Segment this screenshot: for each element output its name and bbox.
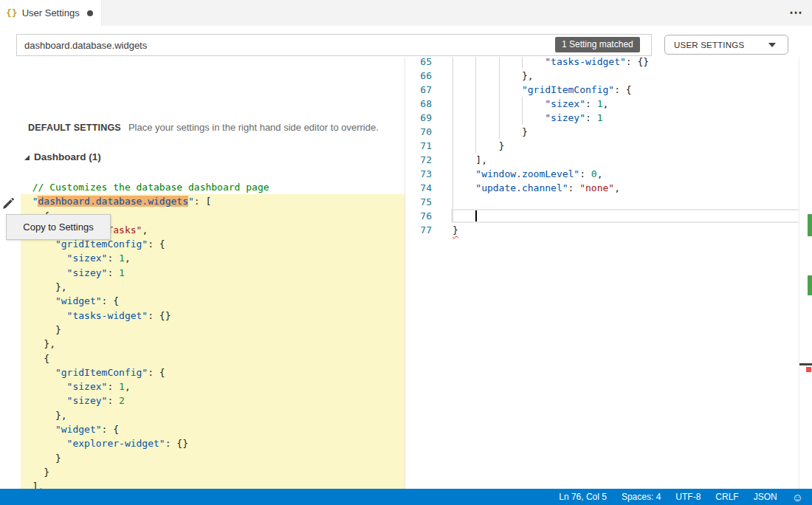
line-number: 70: [405, 125, 438, 139]
copy-to-settings-label: Copy to Settings: [23, 221, 93, 233]
indent-guide: [453, 83, 453, 97]
edit-pencil-icon[interactable]: [1, 197, 15, 210]
settings-group-dashboard[interactable]: Dashboard (1): [24, 151, 101, 162]
code-line[interactable]: }: [453, 139, 799, 153]
status-item[interactable]: CRLF: [715, 492, 738, 502]
expanded-triangle-icon: [24, 155, 30, 160]
code-line: "sizey": 2: [21, 394, 405, 408]
tab-user-settings[interactable]: {} User Settings: [0, 0, 102, 26]
code-line[interactable]: }: [453, 125, 799, 139]
indent-guide: [453, 57, 453, 69]
status-item[interactable]: UTF-8: [675, 492, 701, 502]
indent-guide: [499, 57, 500, 69]
indent-guide: [475, 69, 476, 83]
code-line[interactable]: [453, 195, 799, 209]
indent-guide: [453, 195, 453, 209]
more-actions-icon[interactable]: ⋯: [789, 3, 803, 22]
default-settings-pane: DEFAULT SETTINGSPlace your settings in t…: [0, 57, 405, 489]
code-line: },: [21, 337, 405, 351]
indent-guide: [453, 167, 453, 181]
code-line: },: [21, 280, 405, 294]
indent-guide: [453, 181, 453, 195]
indent-guide: [522, 57, 523, 69]
scope-label: USER SETTINGS: [674, 41, 768, 49]
settings-scope-dropdown[interactable]: USER SETTINGS: [664, 35, 788, 55]
indent-guide: [522, 97, 523, 111]
code-line[interactable]: },: [453, 69, 799, 83]
line-number: 71: [405, 139, 438, 153]
code-line: }: [21, 465, 405, 479]
code-line[interactable]: "window.zoomLevel": 0,: [453, 167, 799, 181]
feedback-smiley-icon[interactable]: ☺: [792, 492, 803, 503]
current-line-highlight: [451, 209, 799, 223]
indent-guide: [453, 125, 453, 139]
default-settings-hint: Place your settings in the right hand si…: [128, 122, 379, 133]
indent-guide: [453, 97, 453, 111]
line-number: 77: [405, 223, 438, 237]
status-item[interactable]: JSON: [754, 492, 777, 502]
indent-guide: [499, 69, 500, 83]
indent-guide: [475, 111, 476, 125]
code-line[interactable]: "tasks-widget": {}: [453, 57, 799, 69]
code-line: "gridItemConfig": {: [21, 365, 405, 379]
line-number: 72: [405, 153, 438, 167]
code-line: // Customizes the database dashboard pag…: [21, 180, 405, 194]
line-number: 67: [405, 83, 438, 97]
text-cursor: [475, 210, 477, 221]
code-line[interactable]: "update.channel": "none",: [453, 181, 799, 195]
code-line: "widget": {: [21, 294, 405, 308]
indent-guide: [499, 97, 500, 111]
code-line: "sizey": 1: [21, 266, 405, 280]
unsaved-dot-icon: [87, 10, 93, 16]
code-line[interactable]: "sizex": 1,: [453, 97, 799, 111]
settings-group-label: Dashboard (1): [34, 151, 101, 162]
match-count-badge: 1 Setting matched: [555, 37, 640, 52]
code-line: "dashboard.database.widgets": [: [21, 194, 405, 208]
chevron-down-icon: [768, 43, 776, 47]
code-line[interactable]: }: [453, 223, 799, 237]
indent-guide: [475, 57, 476, 69]
line-number: 74: [405, 181, 438, 195]
indent-guide: [453, 111, 453, 125]
code-line: }: [21, 451, 405, 465]
code-line: "explorer-widget": {}: [21, 436, 405, 450]
default-settings-header: DEFAULT SETTINGSPlace your settings in t…: [28, 122, 403, 133]
indent-guide: [499, 125, 500, 139]
tab-title: User Settings: [22, 7, 80, 18]
indent-guide: [475, 83, 476, 97]
code-line: ],: [21, 479, 405, 489]
code-line: "widget": {: [21, 422, 405, 436]
indent-guide: [453, 69, 453, 83]
line-number: 65: [405, 57, 438, 69]
indent-guide: [475, 125, 476, 139]
modified-mark: [808, 214, 812, 236]
line-number: 76: [405, 209, 438, 223]
indent-guide: [475, 97, 476, 111]
indent-guide: [453, 153, 453, 167]
tab-bar: {} User Settings ⋯: [0, 0, 812, 26]
indent-guide: [499, 83, 500, 97]
code-line[interactable]: ],: [453, 153, 799, 167]
indent-guide: [475, 139, 476, 153]
status-item[interactable]: Ln 76, Col 5: [559, 492, 607, 502]
json-braces-icon: {}: [6, 7, 18, 18]
code-line: "sizex": 1,: [21, 379, 405, 394]
code-line: "sizex": 1,: [21, 251, 405, 265]
indent-guide: [522, 111, 523, 125]
line-number: 73: [405, 167, 438, 181]
line-number: 68: [405, 97, 438, 111]
code-line: },: [21, 408, 405, 422]
indent-guide: [499, 111, 500, 125]
status-item[interactable]: Spaces: 4: [622, 492, 661, 502]
user-settings-editor[interactable]: 65666768697071727374757677 "tasks-widget…: [405, 57, 799, 489]
line-number: 66: [405, 69, 438, 83]
settings-search-bar: 1 Setting matched USER SETTINGS: [0, 26, 812, 57]
default-settings-title: DEFAULT SETTINGS: [28, 123, 121, 133]
code-line: }: [21, 323, 405, 337]
code-line[interactable]: "gridItemConfig": {: [453, 83, 799, 97]
cursor-position-mark: [799, 363, 812, 365]
copy-to-settings-button[interactable]: Copy to Settings: [6, 214, 111, 240]
line-number: 75: [405, 195, 438, 209]
line-number-gutter: 65666768697071727374757677: [405, 57, 438, 237]
code-line[interactable]: "sizey": 1: [453, 111, 799, 125]
